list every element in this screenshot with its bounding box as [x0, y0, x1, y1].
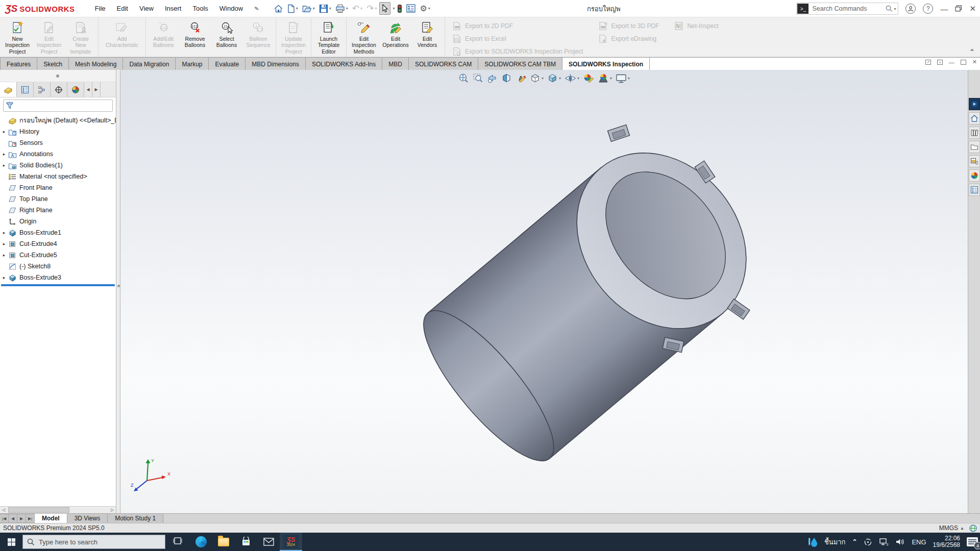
tree-item-origin[interactable]: Origin: [0, 216, 116, 227]
task-view-button[interactable]: [173, 536, 183, 547]
edit-vendors-button[interactable]: Edit Vendors: [411, 19, 443, 48]
weather-humidity-icon[interactable]: [807, 536, 818, 547]
network-tray-icon[interactable]: [879, 538, 889, 546]
panel-tab-scroll-left[interactable]: ◀: [84, 82, 92, 97]
tab-solidworks-addins[interactable]: SOLIDWORKS Add-Ins: [305, 57, 382, 70]
tree-item-front-plane[interactable]: Front Plane: [0, 182, 116, 193]
new-document-button[interactable]: ▾: [286, 3, 300, 15]
menu-view[interactable]: View: [134, 2, 159, 15]
search-dropdown[interactable]: ▾: [894, 7, 896, 11]
menu-file[interactable]: File: [89, 2, 111, 15]
file-explorer-taskbar-icon[interactable]: [212, 533, 235, 551]
tree-item-cut-extrude4[interactable]: ▸ Cut-Extrude4: [0, 238, 116, 249]
menu-insert[interactable]: Insert: [159, 2, 187, 15]
menu-tools[interactable]: Tools: [187, 2, 213, 15]
rebuild-button[interactable]: [396, 3, 404, 15]
expand-arrow[interactable]: ▸: [0, 241, 8, 246]
dimxpertmanager-tab[interactable]: [51, 82, 67, 97]
pin-menu-icon[interactable]: ✒: [252, 4, 261, 14]
minimize-button[interactable]: —: [940, 5, 948, 13]
menu-window[interactable]: Window: [214, 2, 249, 15]
options-list-button[interactable]: [405, 3, 417, 14]
tree-item-root[interactable]: กรอบใหญ่พ (Default) <<Default>_Displ: [0, 115, 116, 126]
expand-arrow[interactable]: ▸: [0, 230, 8, 235]
language-indicator[interactable]: ENG: [912, 538, 926, 546]
motion-study-tab[interactable]: Motion Study 1: [108, 514, 163, 523]
edit-inspection-methods-button[interactable]: Edit Inspection Methods: [348, 19, 380, 55]
weather-label[interactable]: ชื้นมาก: [824, 537, 845, 547]
design-library-tab[interactable]: [969, 127, 980, 139]
start-button[interactable]: [0, 533, 22, 551]
configurationmanager-tab[interactable]: [34, 82, 51, 97]
mail-taskbar-icon[interactable]: [257, 533, 280, 551]
help-icon[interactable]: ?: [923, 4, 933, 14]
store-taskbar-icon[interactable]: [235, 533, 257, 551]
close-button[interactable]: ✕: [969, 4, 976, 13]
tree-item-history[interactable]: ▸ History: [0, 126, 116, 137]
doc-close-icon[interactable]: ✕: [972, 59, 977, 65]
panel-resize-handle[interactable]: [56, 74, 59, 78]
first-tab-arrow[interactable]: |◀: [0, 514, 9, 523]
tab-solidworks-cam-tbm[interactable]: SOLIDWORKS CAM TBM: [478, 57, 562, 70]
tab-data-migration[interactable]: Data Migration: [122, 57, 175, 70]
3d-views-tab[interactable]: 3D Views: [67, 514, 108, 523]
tree-item-right-plane[interactable]: Right Plane: [0, 205, 116, 216]
tree-item-boss-extrude1[interactable]: ▸ Boss-Extrude1: [0, 227, 116, 238]
scrollbar-thumb[interactable]: [8, 507, 69, 513]
tab-features[interactable]: Features: [0, 57, 37, 70]
save-dropdown[interactable]: ▾: [329, 6, 331, 11]
tab-solidworks-inspection[interactable]: SOLIDWORKS Inspection: [562, 57, 649, 70]
panel-splitter[interactable]: [116, 70, 120, 513]
3dexperience-tab[interactable]: [969, 98, 980, 110]
settings-dropdown[interactable]: ▾: [428, 6, 430, 11]
open-button[interactable]: ▾: [301, 3, 316, 15]
scroll-left-arrow[interactable]: ◁: [0, 507, 7, 513]
model-3d-cylinder[interactable]: [120, 70, 968, 513]
tab-mbd[interactable]: MBD: [382, 57, 408, 70]
new-document-dropdown[interactable]: ▾: [296, 6, 298, 11]
tab-markup[interactable]: Markup: [175, 57, 208, 70]
save-button[interactable]: ▾: [317, 3, 333, 15]
settings-button[interactable]: ⚙▾: [418, 2, 431, 15]
search-commands-box[interactable]: >_ Search Commands ▾: [796, 3, 898, 15]
tree-item-sensors[interactable]: Sensors: [0, 137, 116, 148]
prev-tab-arrow[interactable]: ◀: [9, 514, 17, 523]
edge-taskbar-icon[interactable]: [190, 533, 212, 551]
speaker-tray-icon[interactable]: [895, 538, 905, 546]
expand-arrow[interactable]: ▸: [0, 152, 8, 157]
expand-arrow[interactable]: ▸: [0, 163, 8, 168]
select-tool-dropdown[interactable]: ▾: [393, 6, 395, 11]
appearances-scenes-tab[interactable]: [969, 169, 980, 182]
restore-button[interactable]: [955, 5, 962, 13]
tab-mbd-dimensions[interactable]: MBD Dimensions: [245, 57, 305, 70]
tree-item-sketch8[interactable]: (-) Sketch8: [0, 261, 116, 272]
rollback-bar[interactable]: [1, 284, 115, 286]
custom-properties-tab[interactable]: [969, 184, 980, 196]
tree-item-boss-extrude3[interactable]: ▸ Boss-Extrude3: [0, 272, 116, 283]
tab-sketch[interactable]: Sketch: [37, 57, 68, 70]
ribbon-collapse-chevron[interactable]: ⌃: [969, 48, 975, 56]
units-selector[interactable]: MMGS ▲: [939, 524, 964, 532]
tree-item-top-plane[interactable]: Top Plane: [0, 193, 116, 205]
doc-restore-icon[interactable]: [961, 60, 966, 65]
select-tool-button[interactable]: [379, 2, 390, 15]
expand-arrow[interactable]: ▸: [0, 275, 8, 280]
doc-minimize-icon[interactable]: —: [949, 59, 954, 65]
tree-item-cut-extrude5[interactable]: ▸ Cut-Extrude5: [0, 249, 116, 261]
panel-tab-scroll-right[interactable]: ▶: [92, 82, 101, 97]
home-button[interactable]: [272, 3, 285, 15]
tab-evaluate[interactable]: Evaluate: [208, 57, 245, 70]
print-button[interactable]: ▾: [334, 3, 350, 15]
taskbar-clock[interactable]: 22:06 19/6/2568: [933, 535, 960, 548]
action-center-button[interactable]: 4: [967, 537, 978, 546]
tag-globe-icon[interactable]: [969, 524, 977, 532]
solidworks-taskbar-icon[interactable]: ƷS 2024: [280, 533, 302, 551]
tab-mesh-modeling[interactable]: Mesh Modeling: [68, 57, 122, 70]
view-palette-tab[interactable]: [969, 155, 980, 167]
search-icon[interactable]: [886, 5, 893, 12]
select-balloons-button[interactable]: 11 Select Balloons: [211, 19, 242, 48]
tab-solidworks-cam[interactable]: SOLIDWORKS CAM: [408, 57, 478, 70]
expand-arrow[interactable]: ▸: [0, 129, 8, 134]
launch-template-editor-button[interactable]: Launch Template Editor: [313, 19, 345, 55]
featuremanager-tab[interactable]: [0, 82, 17, 97]
